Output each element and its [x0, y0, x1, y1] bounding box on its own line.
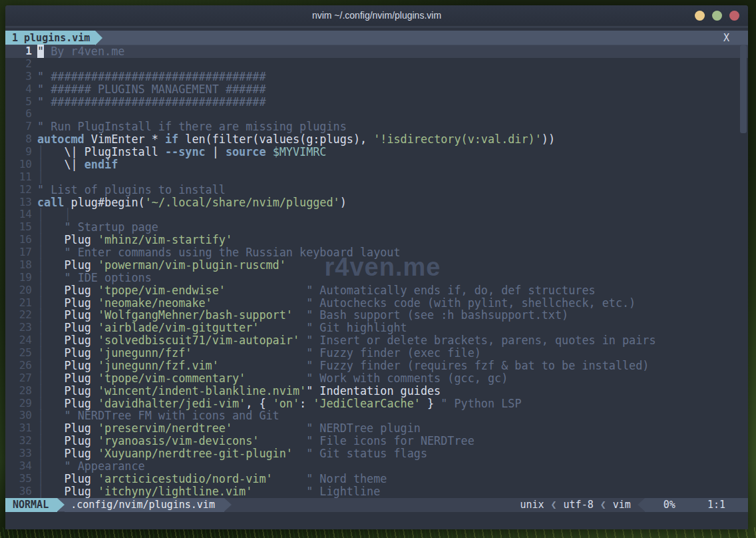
code-text: │ Plug 'mhinz/vim-startify'	[37, 234, 232, 246]
code-line[interactable]: 35│ Plug 'arcticicestudio/nord-vim' " No…	[5, 473, 748, 485]
powerline-arrow	[638, 498, 645, 511]
line-number: 7	[5, 121, 32, 133]
code-line[interactable]: 33│ Plug 'Xuyuanp/nerdtree-git-plugin' "…	[5, 447, 748, 460]
code-text: │ \| endif	[37, 158, 118, 171]
editor-lines[interactable]: 1" By r4ven.me23" ######################…	[5, 45, 748, 498]
line-number: 11	[5, 171, 32, 184]
code-text: │ " Appearance	[37, 460, 145, 473]
line-number: 5	[5, 96, 32, 109]
line-number: 8	[5, 133, 32, 146]
encoding-indicator: utf-8	[564, 498, 594, 512]
line-number: 21	[5, 297, 32, 310]
line-number: 12	[5, 184, 32, 196]
line-number: 20	[5, 284, 32, 297]
line-number: 22	[5, 309, 32, 322]
code-line[interactable]: 16│ Plug 'mhinz/vim-startify'	[5, 234, 748, 246]
code-text: │ Plug 'tpope/vim-commentary' " Work wit…	[37, 372, 508, 385]
code-line[interactable]: 12" List of plugins to install	[5, 184, 748, 196]
line-number: 25	[5, 347, 32, 360]
terminal-window: nvim ~/.config/nvim/plugins.vim 1 plugin…	[5, 5, 748, 529]
code-line[interactable]: 11│	[5, 171, 748, 184]
code-text: │ " NERDTree FM with icons and Git	[37, 409, 280, 422]
line-number: 36	[5, 485, 32, 498]
code-line[interactable]: 15│ " Startup page	[5, 221, 748, 234]
titlebar[interactable]: nvim ~/.config/nvim/plugins.vim	[5, 5, 748, 25]
code-text: │ \| PlugInstall --sync | source $MYVIMR…	[37, 146, 326, 158]
code-text: │ " Startup page	[37, 221, 158, 234]
tab-close-icon[interactable]: X	[723, 31, 748, 45]
code-line[interactable]: 20│ Plug 'tpope/vim-endwise' " Automatic…	[5, 284, 748, 297]
tab-arrow	[95, 31, 102, 45]
code-line[interactable]: 1" By r4ven.me	[5, 45, 748, 58]
code-line[interactable]: 32│ Plug 'ryanoasis/vim-devicons' " File…	[5, 435, 748, 447]
line-number: 30	[5, 409, 32, 422]
code-line[interactable]: 34│ " Appearance	[5, 460, 748, 473]
statusline-filename: .config/nvim/plugins.vim	[65, 498, 224, 512]
line-number: 29	[5, 398, 32, 410]
code-text: │ Plug 'arcticicestudio/nord-vim' " Nord…	[37, 473, 387, 485]
code-text: │ Plug 'wincent/indent-blankline.nvim'" …	[37, 385, 441, 398]
code-line[interactable]: 3" ################################	[5, 71, 748, 83]
code-text: │ Plug 'Xuyuanp/nerdtree-git-plugin' " G…	[37, 447, 427, 460]
line-number: 31	[5, 422, 32, 435]
code-line[interactable]: 7" Run PlugInstall if there are missing …	[5, 121, 748, 133]
code-line[interactable]: 21│ Plug 'neomake/neomake' " Autochecks …	[5, 297, 748, 310]
window-title: nvim ~/.config/nvim/plugins.vim	[5, 10, 748, 21]
code-line[interactable]: 2	[5, 58, 748, 71]
line-number: 27	[5, 372, 32, 385]
code-line[interactable]: 19│ " IDE options	[5, 272, 748, 284]
minimize-button[interactable]	[695, 11, 705, 21]
code-text: │ Plug 'WolfgangMehner/bash-support' " B…	[37, 309, 568, 322]
code-line[interactable]: 10│ \| endif	[5, 158, 748, 171]
line-number: 14	[5, 208, 32, 221]
code-line[interactable]: 18│ Plug 'powerman/vim-plugin-ruscmd'	[5, 259, 748, 272]
line-number: 34	[5, 460, 32, 473]
code-text: │ Plug 'solvedbiscuit71/vim-autopair' " …	[37, 334, 656, 347]
code-line[interactable]: 22│ Plug 'WolfgangMehner/bash-support' "…	[5, 309, 748, 322]
code-line[interactable]: 31│ Plug 'preservim/nerdtree' " NERDTree…	[5, 422, 748, 435]
code-line[interactable]: 14│ │	[5, 208, 748, 221]
code-line[interactable]: 24│ Plug 'solvedbiscuit71/vim-autopair' …	[5, 334, 748, 347]
code-line[interactable]: 13call plug#begin('~/.local/share/nvim/p…	[5, 196, 748, 209]
maximize-button[interactable]	[712, 11, 722, 21]
code-text: " ###### PLUGINS MANAGEMENT ######	[37, 83, 266, 96]
chevron-left-icon: ❮	[600, 498, 606, 512]
code-line[interactable]: 29│ Plug 'davidhalter/jedi-vim', { 'on':…	[5, 398, 748, 410]
code-text: │ Plug 'airblade/vim-gitgutter' " Git hi…	[37, 322, 407, 334]
code-text: " ################################	[37, 96, 266, 109]
code-line[interactable]: 36│ Plug 'itchyny/lightline.vim' " Light…	[5, 485, 748, 498]
code-line[interactable]: 30│ " NERDTree FM with icons and Git	[5, 409, 748, 422]
tab-plugins-vim[interactable]: 1 plugins.vim	[5, 31, 95, 45]
code-line[interactable]: 9│ \| PlugInstall --sync | source $MYVIM…	[5, 146, 748, 158]
code-line[interactable]: 26│ Plug 'junegunn/fzf.vim' " Fuzzy find…	[5, 360, 748, 372]
code-line[interactable]: 17│ " Enter commands using the Russian k…	[5, 246, 748, 259]
code-line[interactable]: 4" ###### PLUGINS MANAGEMENT ######	[5, 83, 748, 96]
line-number: 24	[5, 334, 32, 347]
code-text: " By r4ven.me	[37, 45, 124, 58]
close-button[interactable]	[729, 11, 739, 21]
powerline-arrow	[57, 498, 65, 511]
code-line[interactable]: 5" ################################	[5, 96, 748, 109]
code-text: │ Plug 'davidhalter/jedi-vim', { 'on': '…	[37, 398, 522, 410]
code-line[interactable]: 27│ Plug 'tpope/vim-commentary' " Work w…	[5, 372, 748, 385]
code-text: │ " Enter commands using the Russian key…	[37, 246, 401, 259]
code-line[interactable]: 8autocmd VimEnter * if len(filter(values…	[5, 133, 748, 146]
line-number: 23	[5, 322, 32, 334]
line-number: 15	[5, 221, 32, 234]
powerline-arrow	[224, 498, 232, 511]
code-text: │ Plug 'junegunn/fzf.vim' " Fuzzy finder…	[37, 360, 649, 372]
code-line[interactable]: 23│ Plug 'airblade/vim-gitgutter' " Git …	[5, 322, 748, 334]
code-text: call plug#begin('~/.local/share/nvim/plu…	[37, 196, 347, 209]
scrollbar-thumb[interactable]	[740, 45, 747, 133]
code-line[interactable]: 25│ Plug 'junegunn/fzf' " Fuzzy finder (…	[5, 347, 748, 360]
code-line[interactable]: 6	[5, 108, 748, 121]
code-line[interactable]: 28│ Plug 'wincent/indent-blankline.nvim'…	[5, 385, 748, 398]
chevron-left-icon: ❮	[551, 498, 557, 512]
position-segment: 0% 1:1	[645, 498, 748, 512]
line-number: 10	[5, 158, 32, 171]
code-text: │ │	[37, 208, 71, 221]
code-text: │ Plug 'neomake/neomake' " Autochecks co…	[37, 297, 636, 310]
code-text: " ################################	[37, 71, 266, 83]
code-text: │ Plug 'tpope/vim-endwise' " Automatical…	[37, 284, 596, 297]
fileformat-indicator: unix	[520, 498, 544, 512]
